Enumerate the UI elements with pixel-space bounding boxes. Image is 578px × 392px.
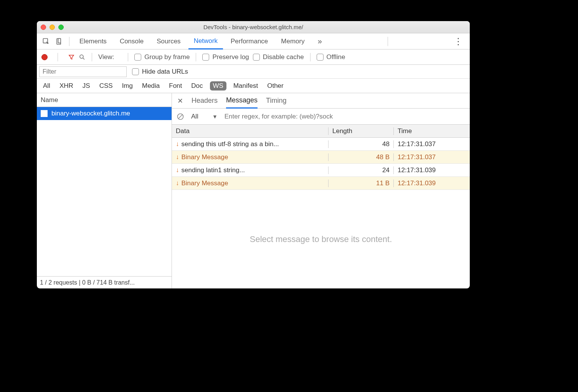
pill-font[interactable]: Font xyxy=(167,81,184,91)
pill-css[interactable]: CSS xyxy=(97,81,115,91)
down-arrow-icon: ↓ xyxy=(176,180,179,187)
offline-label: Offline xyxy=(327,53,345,61)
maximize-window-button[interactable] xyxy=(58,25,64,30)
checkbox-icon xyxy=(132,68,139,75)
separator xyxy=(128,53,128,61)
chevron-down-icon: ▼ xyxy=(212,114,218,120)
col-length-header[interactable]: Length xyxy=(329,127,394,135)
filter-icon[interactable] xyxy=(68,54,75,61)
pill-js[interactable]: JS xyxy=(80,81,92,91)
file-icon xyxy=(41,110,48,117)
message-row[interactable]: ↓Binary Message48 B12:17:31.037 xyxy=(172,151,470,164)
request-list-panel: Name binary-websocket.glitch.me 1 / 2 re… xyxy=(37,93,172,288)
tab-headers[interactable]: Headers xyxy=(192,93,218,108)
tab-timing[interactable]: Timing xyxy=(266,93,286,108)
close-icon[interactable]: ✕ xyxy=(177,97,183,105)
settings-menu-icon[interactable]: ⋮ xyxy=(451,36,466,47)
name-column-header[interactable]: Name xyxy=(37,93,172,107)
checkbox-icon xyxy=(134,54,141,61)
preserve-log-toggle[interactable]: Preserve log xyxy=(202,53,249,61)
hide-data-urls-label: Hide data URLs xyxy=(142,68,188,76)
message-data: Binary Message xyxy=(182,180,228,187)
disable-cache-label: Disable cache xyxy=(263,53,304,61)
clear-messages-icon[interactable] xyxy=(177,113,184,120)
filter-input[interactable] xyxy=(39,66,127,77)
message-data: Binary Message xyxy=(182,153,228,161)
tab-elements[interactable]: Elements xyxy=(74,33,112,49)
detail-panel: ✕ Headers Messages Timing All ▼ Data Len… xyxy=(172,93,470,288)
col-data-header[interactable]: Data xyxy=(172,127,329,135)
pill-ws[interactable]: WS xyxy=(210,81,226,91)
regex-input[interactable] xyxy=(225,113,465,120)
request-list: binary-websocket.glitch.me xyxy=(37,107,172,276)
down-arrow-icon: ↓ xyxy=(176,140,179,148)
devtools-window: DevTools - binary-websocket.glitch.me/ E… xyxy=(37,21,470,288)
message-time: 12:17:31.039 xyxy=(394,180,470,187)
tab-memory[interactable]: Memory xyxy=(276,33,310,49)
separator xyxy=(388,37,388,46)
messages-body: ↓sending this utf-8 string as a bin...48… xyxy=(172,138,470,190)
record-button[interactable] xyxy=(41,54,48,60)
tab-performance[interactable]: Performance xyxy=(225,33,273,49)
checkbox-icon xyxy=(202,54,209,61)
checkbox-icon xyxy=(253,54,260,61)
traffic-lights xyxy=(41,25,64,30)
separator xyxy=(58,53,58,61)
separator xyxy=(92,53,92,61)
device-toggle-icon[interactable] xyxy=(54,36,64,47)
disable-cache-toggle[interactable]: Disable cache xyxy=(253,53,304,61)
search-icon[interactable] xyxy=(79,54,86,61)
hide-data-urls-toggle[interactable]: Hide data URLs xyxy=(132,68,188,76)
tab-network[interactable]: Network xyxy=(188,34,223,49)
request-name: binary-websocket.glitch.me xyxy=(51,110,130,117)
message-length: 24 xyxy=(329,166,394,174)
detail-tabs: ✕ Headers Messages Timing xyxy=(172,93,470,109)
dropdown-value: All xyxy=(191,113,198,120)
titlebar: DevTools - binary-websocket.glitch.me/ xyxy=(37,21,470,33)
message-data: sending this utf-8 string as a bin... xyxy=(182,140,279,148)
svg-line-16 xyxy=(178,115,182,119)
svg-rect-2 xyxy=(58,38,61,43)
message-row[interactable]: ↓sending latin1 string...2412:17:31.039 xyxy=(172,164,470,177)
separator xyxy=(196,53,196,61)
network-toolbar: View: Group by frame Preserve log Disabl… xyxy=(37,49,470,65)
pill-manifest[interactable]: Manifest xyxy=(231,81,260,91)
pill-other[interactable]: Other xyxy=(265,81,286,91)
pill-doc[interactable]: Doc xyxy=(189,81,205,91)
pill-xhr[interactable]: XHR xyxy=(57,81,76,91)
type-filter-row: All XHR JS CSS Img Media Font Doc WS Man… xyxy=(37,79,470,93)
preserve-log-label: Preserve log xyxy=(212,53,249,61)
checkbox-icon xyxy=(317,54,324,61)
message-row[interactable]: ↓sending this utf-8 string as a bin...48… xyxy=(172,138,470,151)
message-data: sending latin1 string... xyxy=(182,166,245,174)
status-bar: 1 / 2 requests | 0 B / 714 B transf... xyxy=(37,276,172,288)
separator xyxy=(69,37,69,46)
pill-all[interactable]: All xyxy=(41,81,53,91)
message-length: 11 B xyxy=(329,180,394,187)
request-row[interactable]: binary-websocket.glitch.me xyxy=(37,107,172,120)
tab-sources[interactable]: Sources xyxy=(151,33,186,49)
filter-row: Hide data URLs xyxy=(37,65,470,79)
separator xyxy=(310,53,310,61)
tab-console[interactable]: Console xyxy=(114,33,149,49)
svg-line-7 xyxy=(83,58,84,59)
offline-toggle[interactable]: Offline xyxy=(317,53,345,61)
message-time: 12:17:31.037 xyxy=(394,153,470,161)
message-row[interactable]: ↓Binary Message11 B12:17:31.039 xyxy=(172,177,470,190)
svg-point-6 xyxy=(80,55,83,58)
devtools-tabs: Elements Console Sources Network Perform… xyxy=(37,33,470,49)
window-title: DevTools - binary-websocket.glitch.me/ xyxy=(37,24,470,30)
col-time-header[interactable]: Time xyxy=(394,127,470,135)
pill-media[interactable]: Media xyxy=(140,81,162,91)
close-window-button[interactable] xyxy=(41,25,46,30)
message-length: 48 B xyxy=(329,153,394,161)
group-by-frame-toggle[interactable]: Group by frame xyxy=(134,53,190,61)
tab-messages[interactable]: Messages xyxy=(226,94,258,109)
inspect-element-icon[interactable] xyxy=(41,36,51,47)
pill-img[interactable]: Img xyxy=(120,81,135,91)
messages-toolbar: All ▼ xyxy=(172,109,470,125)
more-tabs-icon[interactable]: » xyxy=(312,33,327,49)
direction-dropdown[interactable]: All ▼ xyxy=(189,112,220,121)
minimize-window-button[interactable] xyxy=(50,25,55,30)
message-time: 12:17:31.039 xyxy=(394,166,470,174)
